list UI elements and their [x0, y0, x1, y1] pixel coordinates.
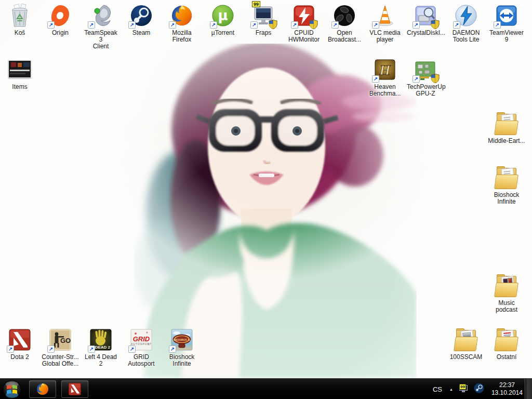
desktop-icon-middle-earth-folder[interactable]: Middle-Eart...: [488, 111, 525, 144]
tray-expand-icon[interactable]: ▲: [448, 388, 454, 391]
desktop-icon-music-podcast-folder[interactable]: Musicpodcast: [488, 273, 525, 313]
shortcut-arrow-icon: ↗: [413, 75, 420, 83]
shortcut-arrow-icon: ↗: [494, 21, 501, 29]
icon-label: MozillaFirefox: [163, 30, 201, 43]
recycle-bin-icon: [7, 3, 32, 28]
desktop-icon-teamspeak[interactable]: ↗TeamSpeak 3Client: [82, 3, 119, 50]
desktop-icon-grid-autosport[interactable]: GRID AUTOSPORT↗GRIDAutosport: [123, 327, 160, 367]
shortcut-arrow-icon: ↗: [413, 21, 420, 29]
desktop-icon-dota-2[interactable]: ↗Dota 2: [1, 327, 38, 361]
icon-label: µTorrent: [204, 30, 242, 36]
desktop-icon-heaven-benchmark[interactable]: H↗HeavenBenchma...: [366, 57, 404, 97]
desktop-icon-daemon-tools[interactable]: ↗DAEMONTools Lite: [447, 3, 485, 43]
desktop-icon-firefox[interactable]: ↗MozillaFirefox: [163, 3, 201, 43]
desktop-icon-steam[interactable]: ↗Steam: [123, 3, 160, 36]
shortcut-arrow-icon: ↗: [250, 21, 258, 29]
folder-icon: [494, 273, 519, 298]
windows-logo-icon: [3, 380, 21, 398]
desktop-icon-recycle-bin[interactable]: Koš: [1, 3, 38, 36]
svg-text:BIOSHOCK: BIOSHOCK: [174, 338, 191, 341]
fraps-fps-badge: 99: [252, 1, 260, 7]
desktop-icon-csgo[interactable]: GO↗Counter-Str...Global Offe...: [42, 327, 79, 367]
folder-icon: [494, 111, 519, 136]
desktop-icon-bioshock-folder[interactable]: BioshockInfinite: [488, 165, 525, 205]
icon-label: BioshockInfinite: [488, 192, 525, 205]
firefox-taskbar-button[interactable]: [29, 380, 56, 398]
desktop-icon-origin[interactable]: ↗Origin: [42, 3, 79, 36]
start-button[interactable]: [3, 380, 21, 398]
system-tray: CS ▲ 99 22:37 13.10.2014: [432, 379, 523, 399]
language-indicator[interactable]: CS: [432, 385, 443, 393]
taskbar-clock[interactable]: 22:37 13.10.2014: [489, 381, 523, 397]
clock-time: 22:37: [491, 381, 523, 389]
desktop[interactable]: Koš ↗Origin ↗TeamSpeak 3Client ↗Steam ↗M…: [0, 0, 532, 378]
steam-tray-icon[interactable]: [474, 383, 484, 395]
desktop-icon-left-4-dead-2[interactable]: 4 DEAD 2↗Left 4 Dead 2: [82, 327, 119, 367]
icon-label: TeamViewer 9: [488, 30, 525, 43]
shortcut-arrow-icon: ↗: [88, 345, 95, 353]
shortcut-arrow-icon: ↗: [47, 345, 55, 353]
uac-shield-icon: [269, 20, 277, 29]
icon-label: Counter-Str...Global Offe...: [42, 354, 79, 367]
icon-label: BioshockInfinite: [163, 354, 201, 367]
shortcut-arrow-icon: ↗: [453, 21, 460, 29]
icon-label: Dota 2: [1, 354, 38, 361]
desktop-icon-100sscam-folder[interactable]: 100SSCAM: [447, 327, 485, 361]
desktop-icon-ostatni-folder[interactable]: Ostatní: [488, 327, 525, 361]
fraps-tray-icon[interactable]: 99: [459, 385, 469, 393]
folder-icon: [454, 327, 478, 352]
desktop-icon-fraps[interactable]: ↗ 99Fraps: [245, 3, 282, 36]
uac-shield-icon: [431, 74, 440, 83]
desktop-icon-gpu-z[interactable]: ↗ TechPowerUpGPU-Z: [407, 57, 444, 97]
icon-label: Koš: [1, 30, 38, 36]
icon-label: TeamSpeak 3Client: [82, 30, 119, 50]
icon-label: OpenBroadcast...: [326, 30, 363, 43]
svg-text:µ: µ: [218, 8, 228, 23]
icon-label: Ostatní: [488, 354, 525, 361]
icon-label: VLC mediaplayer: [366, 30, 404, 43]
shortcut-arrow-icon: ↗: [169, 21, 176, 29]
desktop-icon-cpuid-hwmonitor[interactable]: ↗ CPUIDHWMonitor: [285, 3, 323, 43]
folder-icon: [494, 327, 519, 352]
firefox-icon: [35, 382, 50, 396]
shortcut-arrow-icon: ↗: [372, 21, 379, 29]
svg-text:H: H: [379, 62, 391, 78]
dota-2-icon: [68, 382, 82, 396]
folder-icon: [494, 165, 519, 190]
shortcut-arrow-icon: ↗: [331, 21, 339, 29]
clock-date: 13.10.2014: [491, 389, 523, 397]
icon-label: HeavenBenchma...: [366, 84, 404, 97]
icon-label: Left 4 Dead 2: [82, 354, 119, 367]
icon-label: CrystalDiskI...: [407, 30, 444, 36]
icon-label: DAEMONTools Lite: [447, 30, 485, 43]
desktop-icon-open-broadcaster[interactable]: ↗OpenBroadcast...: [326, 3, 363, 43]
desktop-icon-bioshock-infinite[interactable]: BIOSHOCK ↗BioshockInfinite: [163, 327, 201, 367]
desktop-icon-teamviewer-9[interactable]: ↗TeamViewer 9: [488, 3, 525, 43]
shortcut-arrow-icon: ↗: [210, 21, 217, 29]
show-desktop-button[interactable]: [525, 379, 532, 399]
shortcut-arrow-icon: ↗: [128, 21, 136, 29]
dota2-taskbar-button[interactable]: [61, 380, 88, 398]
icon-label: GRIDAutosport: [123, 354, 160, 367]
shortcut-arrow-icon: ↗: [291, 21, 298, 29]
desktop-icon-utorrent[interactable]: µ↗µTorrent: [204, 3, 242, 36]
shortcut-arrow-icon: ↗: [7, 345, 14, 353]
taskbar: CS ▲ 99 22:37 13.10.2014: [0, 378, 532, 399]
icon-label: Middle-Eart...: [488, 138, 525, 144]
icon-label: Fraps: [245, 30, 282, 36]
icon-label: CPUIDHWMonitor: [285, 30, 323, 43]
icon-label: Items: [1, 84, 38, 90]
desktop-icon-items[interactable]: Items: [1, 57, 38, 90]
icon-label: Musicpodcast: [488, 300, 525, 313]
icon-label: 100SSCAM: [447, 354, 485, 361]
screen: Koš ↗Origin ↗TeamSpeak 3Client ↗Steam ↗M…: [0, 0, 532, 399]
svg-text:GRID: GRID: [133, 335, 150, 343]
svg-text:GO: GO: [60, 337, 71, 344]
screenshot-thumbnail: [8, 60, 31, 78]
icon-label: Origin: [42, 30, 79, 36]
desktop-icon-vlc[interactable]: ↗VLC mediaplayer: [366, 3, 404, 43]
desktop-icon-crystaldiskinfo[interactable]: ↗ CrystalDiskI...: [407, 3, 444, 36]
shortcut-arrow-icon: ↗: [88, 21, 95, 29]
uac-shield-icon: [309, 20, 318, 29]
shortcut-arrow-icon: ↗: [372, 75, 379, 83]
